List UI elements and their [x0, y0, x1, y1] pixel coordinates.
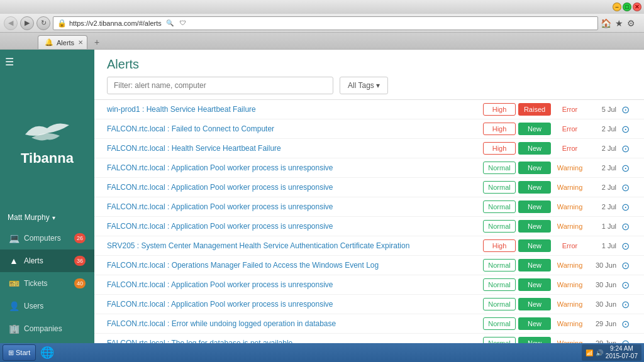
- alert-action-icon[interactable]: ⊙: [621, 162, 631, 174]
- type-badge: Warning: [553, 317, 586, 330]
- alert-link[interactable]: FALCON.rtc.local : Failed to Connect to …: [107, 124, 478, 133]
- sidebar-icon-companies: 🏢: [9, 324, 19, 334]
- alert-date: 29 Jun: [591, 320, 616, 327]
- table-row: FALCON.rtc.local : Application Pool work…: [94, 275, 644, 295]
- alert-date: 1 Jul: [591, 222, 616, 230]
- status-badge: New: [518, 123, 551, 135]
- alert-action-icon[interactable]: ⊙: [621, 260, 631, 272]
- alert-action-icon[interactable]: ⊙: [621, 221, 631, 233]
- alert-link[interactable]: FALCON.rtc.local : Application Pool work…: [107, 222, 478, 231]
- user-section[interactable]: Matt Murphy ▾: [0, 208, 94, 227]
- window-controls: – □ ✕: [613, 3, 641, 11]
- table-row: win-prod1 : Health Service Heartbeat Fai…: [94, 100, 644, 119]
- alert-link[interactable]: win-prod1 : Health Service Heartbeat Fai…: [107, 105, 478, 114]
- active-tab[interactable]: 🔔 Alerts ✕: [38, 35, 87, 49]
- address-bar[interactable]: 🔒 https://v2.tibanna.com/#/alerts 🔍 🛡: [53, 16, 598, 30]
- start-button[interactable]: ⊞ Start: [3, 344, 36, 361]
- alert-link[interactable]: FALCON.rtc.local : Health Service Heartb…: [107, 144, 478, 153]
- alert-badges: High Raised Error: [483, 103, 586, 116]
- status-badge: New: [518, 200, 551, 213]
- maximize-button[interactable]: □: [623, 3, 631, 11]
- status-badge: New: [518, 259, 551, 272]
- alert-badges: Normal New Warning: [483, 220, 586, 233]
- severity-badge: Normal: [483, 181, 516, 194]
- user-name: Matt Murphy: [8, 213, 50, 222]
- alert-badges: High New Error: [483, 239, 586, 252]
- alert-action-icon[interactable]: ⊙: [621, 279, 631, 291]
- status-badge: New: [518, 142, 551, 155]
- forward-button[interactable]: ▶: [20, 16, 34, 30]
- logo: Tibanna: [19, 116, 75, 167]
- close-button[interactable]: ✕: [633, 3, 641, 11]
- alert-action-icon[interactable]: ⊙: [621, 143, 631, 155]
- alert-action-icon[interactable]: ⊙: [621, 240, 631, 252]
- sidebar-item-alerts[interactable]: ▲ Alerts 36: [0, 250, 94, 272]
- filter-input[interactable]: [107, 77, 333, 94]
- network-icon: 📶: [586, 349, 593, 356]
- table-row: FALCON.rtc.local : Application Pool work…: [94, 158, 644, 178]
- alert-action-icon[interactable]: ⊙: [621, 201, 631, 213]
- alert-link[interactable]: FALCON.rtc.local : Application Pool work…: [107, 300, 478, 309]
- alert-link[interactable]: FALCON.rtc.local : Operations Manager Fa…: [107, 261, 478, 270]
- sidebar-item-tickets[interactable]: 🎫 Tickets 40: [0, 272, 94, 295]
- alert-link[interactable]: FALCON.rtc.local : Error while undoing l…: [107, 319, 478, 328]
- tab-close-button[interactable]: ✕: [77, 39, 84, 47]
- cert-icon[interactable]: 🛡: [177, 18, 189, 29]
- alert-badges: Normal New Warning: [483, 298, 586, 310]
- type-badge: Warning: [553, 220, 586, 233]
- app-container: ☰ Tibanna Matt Murphy ▾ 💻 Computers 26 ▲…: [0, 50, 644, 362]
- sidebar-label-computers: Computers: [24, 234, 69, 243]
- table-row: FALCON.rtc.local : Application Pool work…: [94, 178, 644, 197]
- table-row: FALCON.rtc.local : Application Pool work…: [94, 295, 644, 314]
- alert-link[interactable]: FALCON.rtc.local : Application Pool work…: [107, 183, 478, 192]
- table-row: FALCON.rtc.local : Error while undoing l…: [94, 314, 644, 334]
- alert-link[interactable]: FALCON.rtc.local : Application Pool work…: [107, 280, 478, 289]
- new-tab-button[interactable]: +: [90, 35, 104, 49]
- alert-badges: High New Error: [483, 142, 586, 155]
- alert-date: 2 Jul: [591, 145, 616, 152]
- severity-badge: Normal: [483, 200, 516, 213]
- alert-date: 30 Jun: [591, 281, 616, 288]
- severity-badge: Normal: [483, 162, 516, 174]
- sidebar-nav: 💻 Computers 26 ▲ Alerts 36 🎫 Tickets 40 …: [0, 227, 94, 362]
- url-text: https://v2.tibanna.com/#/alerts: [69, 19, 162, 27]
- sidebar-icon-users: 👤: [9, 301, 19, 311]
- type-badge: Warning: [553, 181, 586, 194]
- alert-link[interactable]: FALCON.rtc.local : Application Pool work…: [107, 163, 478, 172]
- sidebar-label-companies: Companies: [24, 324, 86, 333]
- star-icon[interactable]: ★: [615, 18, 623, 28]
- type-badge: Warning: [553, 200, 586, 213]
- alert-date: 1 Jul: [591, 242, 616, 250]
- alert-action-icon[interactable]: ⊙: [621, 123, 631, 135]
- alert-action-icon[interactable]: ⊙: [621, 299, 631, 310]
- sidebar-item-users[interactable]: 👤 Users: [0, 295, 94, 317]
- type-badge: Warning: [553, 162, 586, 174]
- alert-badges: Normal New Warning: [483, 278, 586, 291]
- home-icon[interactable]: 🏠: [601, 18, 611, 28]
- back-button[interactable]: ◀: [4, 16, 18, 30]
- address-controls: 🔍 🛡: [164, 18, 189, 29]
- alert-link[interactable]: SRV205 : System Center Management Health…: [107, 241, 478, 250]
- alert-action-icon[interactable]: ⊙: [621, 182, 631, 194]
- badge-alerts: 36: [74, 256, 86, 266]
- all-tags-button[interactable]: All Tags ▾: [340, 77, 388, 94]
- refresh-button[interactable]: ↻: [36, 16, 50, 30]
- alerts-list[interactable]: win-prod1 : Health Service Heartbeat Fai…: [94, 100, 644, 362]
- settings-icon[interactable]: ⚙: [627, 18, 635, 28]
- alert-action-icon[interactable]: ⊙: [621, 318, 631, 330]
- sidebar-item-companies[interactable]: 🏢 Companies: [0, 317, 94, 340]
- alert-link[interactable]: FALCON.rtc.local : Application Pool work…: [107, 202, 478, 211]
- hamburger-menu-icon[interactable]: ☰: [5, 56, 14, 68]
- search-icon[interactable]: 🔍: [164, 18, 175, 29]
- sidebar-header: ☰: [0, 50, 94, 74]
- page-header: Alerts All Tags ▾: [94, 50, 644, 100]
- alert-action-icon[interactable]: ⊙: [621, 104, 631, 116]
- alert-badges: High New Error: [483, 123, 586, 135]
- ie-icon[interactable]: 🌐: [38, 344, 56, 361]
- alert-date: 2 Jul: [591, 203, 616, 211]
- status-badge: New: [518, 162, 551, 174]
- severity-badge: Normal: [483, 298, 516, 310]
- sidebar-item-computers[interactable]: 💻 Computers 26: [0, 227, 94, 250]
- tab-title: Alerts: [57, 39, 74, 47]
- minimize-button[interactable]: –: [613, 3, 621, 11]
